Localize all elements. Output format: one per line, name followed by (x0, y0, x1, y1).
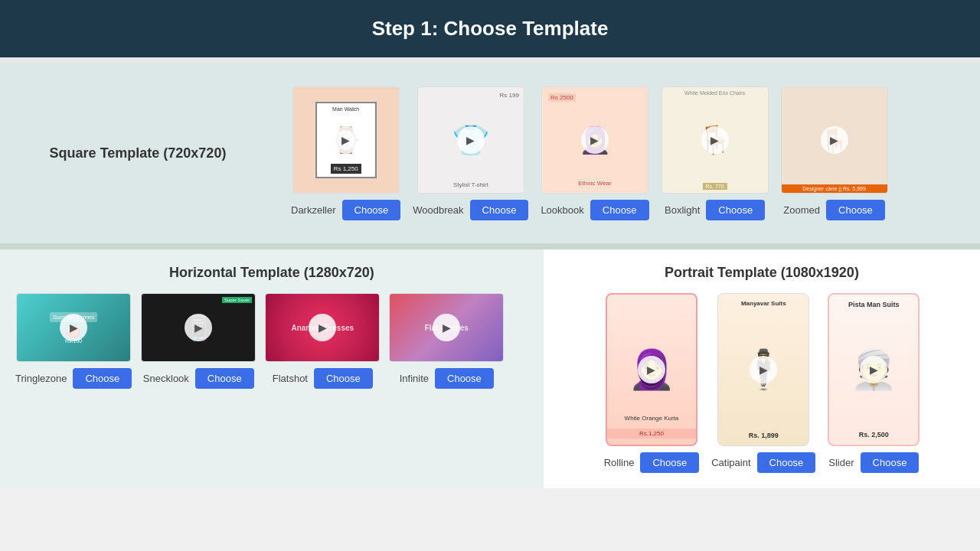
template-thumb-flatshot[interactable]: Anarhali Dresses ▶ (265, 293, 380, 362)
template-item-darkzeller: Man Watch ⌚ Rs 1,250 ▶ Darkzeller Choose (291, 86, 400, 220)
template-thumb-snecklook[interactable]: Super Saver 📱 ▶ (141, 293, 256, 362)
horizontal-thumbs-row: Summerhomes 🍎 Rs.150 ▶ Tringlezone Choos… (15, 293, 528, 389)
zoomed-name: Zoomed (783, 204, 820, 216)
woodbreak-title: Stylist T-shirt (453, 181, 488, 188)
lookbook-label-row: Lookbook Choose (541, 200, 648, 220)
tringlezone-choose-btn[interactable]: Choose (73, 368, 132, 389)
woodbreak-choose-btn[interactable]: Choose (470, 200, 529, 220)
portrait-item-catipaint: Manyavar Suits 🕴️ Rs. 1,899 ▶ Catipaint … (711, 293, 815, 473)
template-thumb-rolline[interactable]: 🧕 White Orange Kurta Rs.1,250 ▶ (606, 293, 697, 446)
template-thumb-zoomed[interactable]: 🪑 Designer cane || Rs. 5,999 ▶ (781, 86, 888, 194)
snecklook-badge: Super Saver (222, 297, 252, 303)
lookbook-price: Rs 2500 (548, 93, 576, 102)
slider-play-btn[interactable]: ▶ (860, 356, 887, 383)
page-title: Step 1: Choose Template (372, 17, 609, 40)
tringlezone-label-row: Tringlezone Choose (15, 368, 132, 389)
rolline-name-row: Rolline Choose (604, 452, 700, 473)
darkzeller-title: Man Watch (332, 106, 359, 112)
snecklook-label-row: Snecklook Choose (143, 368, 254, 389)
template-item-woodbreak: Rs 199 👕 Stylist T-shirt ▶ Woodbreak Cho… (413, 86, 528, 220)
catipaint-play-btn[interactable]: ▶ (750, 356, 777, 383)
darkzeller-choose-btn[interactable]: Choose (342, 200, 401, 220)
portrait-template-section: Portrait Template (1080x1920) 🧕 White Or… (544, 249, 980, 488)
slider-product-title: Pista Man Suits (848, 301, 900, 308)
portrait-item-rolline: 🧕 White Orange Kurta Rs.1,250 ▶ Rolline … (604, 293, 700, 473)
lookbook-label: Ethnic Wear (578, 180, 611, 187)
template-thumb-tringlezone[interactable]: Summerhomes 🍎 Rs.150 ▶ (16, 293, 131, 362)
rolline-title: White Orange Kurta (625, 415, 679, 422)
flatshot-choose-btn[interactable]: Choose (314, 368, 373, 389)
slider-choose-btn[interactable]: Choose (861, 452, 920, 473)
lookbook-choose-btn[interactable]: Choose (590, 200, 649, 220)
template-thumb-slider[interactable]: Pista Man Suits 👳 Rs. 2,500 ▶ (828, 293, 920, 446)
snecklook-play-btn[interactable]: ▶ (185, 314, 212, 341)
bottom-container: Horizontal Template (980x551) Summerhom… (0, 249, 980, 488)
template-item-lookbook: Rs 2500 🧕 Ethnic Wear ▶ Lookbook Choose (541, 86, 648, 220)
flatshot-play-btn[interactable]: ▶ (309, 314, 336, 341)
square-templates-row: Man Watch ⌚ Rs 1,250 ▶ Darkzeller Choose… (276, 79, 903, 228)
template-thumb-infinite[interactable]: Flat Clothes ▶ (389, 293, 504, 362)
slider-name-row: Slider Choose (828, 452, 919, 473)
template-item-flatshot: Anarhali Dresses ▶ Flatshot Choose (265, 293, 380, 389)
boxlight-title: White Molded Erix Chairs (684, 90, 745, 96)
square-template-section: Square Template (720x720) Man Watch ⌚ Rs… (0, 64, 980, 243)
boxlight-play-btn[interactable]: ▶ (701, 126, 729, 154)
square-section-label: Square Template (720x720) (0, 79, 276, 228)
catipaint-title: Manyavar Suits (741, 300, 786, 307)
darkzeller-name: Darkzeller (291, 204, 336, 216)
horizontal-section-label: Horizontal Template (980x551) (15, 265, 528, 281)
slider-name: Slider (828, 457, 854, 468)
boxlight-name: Boxlight (665, 204, 700, 216)
template-item-zoomed: 🪑 Designer cane || Rs. 5,999 ▶ Zoomed Ch… (781, 86, 888, 220)
zoomed-play-btn[interactable]: ▶ (821, 126, 848, 154)
zoomed-label-row: Zoomed Choose (783, 200, 885, 220)
flatshot-name: Flatshot (273, 373, 308, 384)
snecklook-name: Snecklook (143, 373, 189, 384)
flatshot-label-row: Flatshot Choose (273, 368, 373, 389)
rolline-choose-btn[interactable]: Choose (640, 452, 699, 473)
woodbreak-label-row: Woodbreak Choose (413, 200, 528, 220)
rolline-name: Rolline (604, 457, 635, 468)
infinite-choose-btn[interactable]: Choose (435, 368, 494, 389)
template-item-snecklook: Super Saver 📱 ▶ Snecklook Choose (141, 293, 256, 389)
horizontal-template-section: Horizontal Template (980x551) Summerhom… (0, 249, 544, 488)
template-thumb-boxlight[interactable]: White Molded Erix Chairs 🪑 Rs. 770 ▶ (662, 86, 769, 194)
template-thumb-darkzeller[interactable]: Man Watch ⌚ Rs 1,250 ▶ (292, 86, 400, 194)
infinite-label-row: Infinite Choose (400, 368, 494, 389)
template-item-infinite: Flat Clothes ▶ Infinite Choose (389, 293, 504, 389)
boxlight-label-row: Boxlight Choose (665, 200, 765, 220)
lookbook-name: Lookbook (541, 204, 583, 216)
catipaint-name: Catipaint (711, 457, 750, 468)
darkzeller-play-btn[interactable]: ▶ (332, 126, 360, 154)
lookbook-play-btn[interactable]: ▶ (581, 126, 609, 154)
portrait-item-slider: Pista Man Suits 👳 Rs. 2,500 ▶ Slider Cho… (828, 293, 920, 473)
page-header: Step 1: Choose Template (0, 0, 980, 57)
template-item-boxlight: White Molded Erix Chairs 🪑 Rs. 770 ▶ Box… (662, 86, 769, 220)
infinite-play-btn[interactable]: ▶ (433, 314, 460, 341)
catipaint-price: Rs. 1,899 (749, 432, 779, 439)
woodbreak-play-btn[interactable]: ▶ (457, 126, 485, 154)
slider-price: Rs. 2,500 (859, 431, 889, 439)
darkzeller-price: Rs 1,250 (331, 164, 361, 174)
snecklook-choose-btn[interactable]: Choose (195, 368, 254, 389)
template-thumb-woodbreak[interactable]: Rs 199 👕 Stylist T-shirt ▶ (417, 86, 524, 194)
catipaint-name-row: Catipaint Choose (711, 452, 815, 473)
tringlezone-name: Tringlezone (15, 373, 67, 384)
rolline-play-btn[interactable]: ▶ (638, 356, 665, 383)
boxlight-choose-btn[interactable]: Choose (706, 200, 765, 220)
template-item-tringlezone: Summerhomes 🍎 Rs.150 ▶ Tringlezone Choos… (15, 293, 132, 389)
portrait-thumbs-row: 🧕 White Orange Kurta Rs.1,250 ▶ Rolline … (559, 293, 965, 473)
zoomed-choose-btn[interactable]: Choose (826, 200, 885, 220)
template-thumb-lookbook[interactable]: Rs 2500 🧕 Ethnic Wear ▶ (541, 86, 648, 194)
zoomed-price: Designer cane || Rs. 5,999 (782, 184, 887, 193)
section-separator (0, 243, 980, 249)
catipaint-choose-btn[interactable]: Choose (757, 452, 816, 473)
woodbreak-name: Woodbreak (413, 204, 463, 216)
boxlight-price: Rs. 770 (703, 183, 727, 190)
template-thumb-catipaint[interactable]: Manyavar Suits 🕴️ Rs. 1,899 ▶ (717, 293, 809, 446)
infinite-name: Infinite (400, 373, 429, 384)
tringlezone-play-btn[interactable]: ▶ (60, 314, 87, 341)
portrait-section-label: Portrait Template (1080x1920) (559, 265, 965, 281)
rolline-price: Rs.1,250 (607, 429, 696, 439)
woodbreak-price: Rs 199 (500, 92, 519, 99)
